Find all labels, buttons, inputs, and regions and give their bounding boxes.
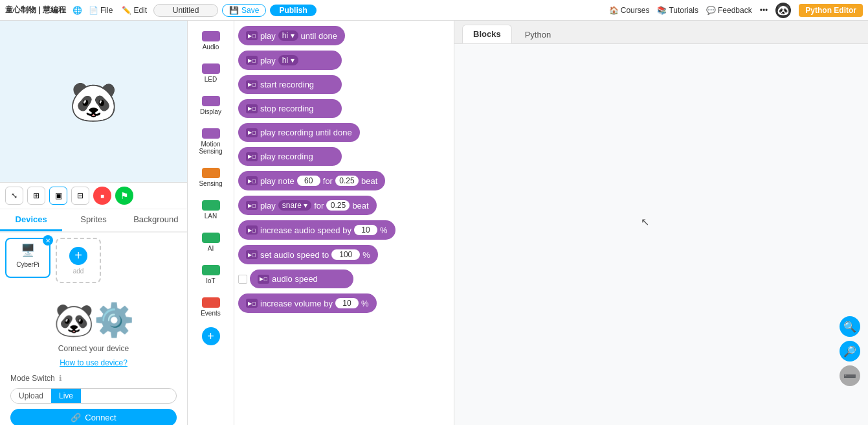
file-menu[interactable]: 📄 File: [86, 5, 115, 16]
ai-cat-icon: [202, 233, 220, 243]
block-play-recording-until-done[interactable]: ▶◻ play recording until done: [238, 123, 360, 142]
cat-events[interactable]: Events: [188, 292, 234, 322]
connect-button[interactable]: 🔗 Connect: [10, 409, 177, 425]
python-editor-button[interactable]: Python Editor: [799, 4, 863, 17]
cat-motion-sensing[interactable]: Motion Sensing: [188, 123, 234, 160]
robot-sprite: 🐼⚙️: [10, 301, 177, 339]
run-button[interactable]: ⚑: [115, 187, 133, 205]
upload-mode-button[interactable]: Upload: [11, 389, 51, 403]
block-icon: ▶◻: [246, 176, 258, 185]
workspace-tabs: Blocks Python: [454, 21, 868, 44]
motion-cat-label: Motion Sensing: [190, 141, 231, 155]
panel-tabs: Devices Sprites Background: [0, 209, 187, 233]
zoom-in-button[interactable]: 🔍: [840, 316, 860, 337]
save-button[interactable]: 💾 Save: [222, 4, 266, 17]
zoom-fit-button[interactable]: 🔎: [840, 341, 860, 362]
publish-button[interactable]: Publish: [270, 5, 316, 16]
audio-speed-increase-input[interactable]: [354, 225, 377, 235]
block-stop-recording[interactable]: ▶◻ stop recording: [238, 99, 342, 118]
device-close-button[interactable]: ✕: [43, 235, 53, 246]
led-cat-label: LED: [205, 76, 217, 83]
cat-audio[interactable]: Audio: [188, 26, 234, 56]
tab-devices[interactable]: Devices: [0, 209, 62, 231]
events-cat-icon: [202, 297, 220, 308]
more-options[interactable]: •••: [760, 6, 768, 15]
block-increase-volume[interactable]: ▶◻ increase volume by %: [238, 293, 377, 313]
audio-cat-icon: [202, 31, 220, 41]
lan-cat-label: LAN: [205, 212, 217, 220]
add-category-button[interactable]: +: [202, 327, 220, 345]
cat-led[interactable]: LED: [188, 58, 234, 88]
cat-display[interactable]: Display: [188, 91, 234, 121]
tab-background[interactable]: Background: [125, 209, 187, 231]
sensing-cat-icon: [202, 168, 220, 178]
block-play-hi-until-done[interactable]: ▶◻ play hi ▾ until done: [238, 26, 345, 45]
audio-speed-set-input[interactable]: [331, 249, 360, 260]
audio-cat-label: Audio: [203, 43, 219, 51]
play-sound-dropdown[interactable]: hi ▾: [278, 30, 298, 41]
drum-beat-input[interactable]: [326, 200, 350, 211]
ai-cat-label: AI: [208, 245, 214, 252]
block-icon: ▶◻: [246, 250, 258, 259]
audio-speed-checkbox[interactable]: [238, 275, 247, 284]
block-increase-audio-speed[interactable]: ▶◻ increase audio speed by %: [238, 220, 395, 240]
block-play-hi[interactable]: ▶◻ play hi ▾: [238, 51, 342, 70]
grid-medium-button[interactable]: ▣: [49, 187, 67, 205]
mode-switch-buttons: Upload Live: [10, 388, 177, 404]
grid-large-button[interactable]: ⊟: [71, 187, 89, 205]
block-audio-speed-reporter[interactable]: ▶◻ audio speed: [250, 270, 353, 288]
cyberpi-card[interactable]: ✕ 🖥️ CyberPi: [5, 238, 50, 278]
note-value-input[interactable]: [297, 176, 320, 186]
block-icon: ▶◻: [246, 31, 258, 40]
cat-lan[interactable]: LAN: [188, 195, 234, 225]
courses-link[interactable]: 🏠 Courses: [609, 6, 650, 15]
block-icon: ▶◻: [246, 201, 258, 210]
stage-area: 🐼: [0, 21, 187, 183]
note-beat-input[interactable]: [335, 176, 359, 186]
block-icon: ▶◻: [246, 104, 258, 113]
zoom-out-button[interactable]: ➖: [840, 365, 860, 386]
block-play-recording[interactable]: ▶◻ play recording: [238, 147, 342, 166]
tutorials-link[interactable]: 📚 Tutorials: [657, 6, 698, 15]
display-cat-icon: [202, 96, 220, 106]
drum-type-dropdown[interactable]: snare ▾: [278, 200, 311, 211]
block-start-recording[interactable]: ▶◻ start recording: [238, 75, 342, 94]
tab-python[interactable]: Python: [515, 26, 561, 43]
display-cat-label: Display: [200, 108, 221, 115]
play-sound-dropdown2[interactable]: hi ▾: [278, 55, 298, 65]
cat-ai[interactable]: AI: [188, 227, 234, 257]
how-to-use-link[interactable]: How to use device?: [10, 358, 177, 367]
volume-increase-input[interactable]: [335, 298, 359, 308]
lan-cat-icon: [202, 200, 220, 211]
tab-sprites[interactable]: Sprites: [62, 209, 124, 231]
live-mode-button[interactable]: Live: [51, 389, 81, 403]
iot-cat-label: IoT: [206, 277, 215, 284]
feedback-link[interactable]: 💬 Feedback: [706, 6, 752, 15]
tab-blocks[interactable]: Blocks: [462, 25, 512, 43]
cat-iot[interactable]: IoT: [188, 260, 234, 290]
block-icon: ▶◻: [246, 225, 258, 235]
edit-menu[interactable]: ✏️ Edit: [119, 5, 150, 16]
add-device-button[interactable]: + add: [56, 238, 101, 283]
block-icon: ▶◻: [246, 80, 258, 89]
block-play-note[interactable]: ▶◻ play note for beat: [238, 171, 385, 190]
brand-label: 童心制物 | 慧編程: [5, 5, 66, 16]
blocks-panel: ▶◻ play hi ▾ until done ▶◻ play hi ▾ ▶◻ …: [234, 21, 454, 425]
block-icon: ▶◻: [258, 275, 269, 284]
mode-switch-label: Mode Switch: [10, 374, 55, 383]
expand-button[interactable]: ⤡: [5, 187, 23, 205]
topbar: 童心制物 | 慧編程 🌐 📄 File ✏️ Edit 💾 Save Publi…: [0, 0, 868, 21]
categories-panel: Audio LED Display Motion Sensing Sensing…: [188, 21, 234, 425]
block-set-audio-speed[interactable]: ▶◻ set audio speed to %: [238, 245, 378, 264]
user-avatar[interactable]: 🐼: [775, 3, 791, 18]
stage-panda-sprite: 🐼: [69, 82, 118, 121]
led-cat-icon: [202, 63, 220, 74]
stop-button[interactable]: ■: [93, 187, 111, 205]
main-layout: 🐼 ⤡ ⊞ ▣ ⊟ ■ ⚑ Devices Sprites Background…: [0, 21, 868, 425]
project-title-input[interactable]: [153, 4, 218, 17]
block-play-snare[interactable]: ▶◻ play snare ▾ for beat: [238, 196, 377, 215]
cat-sensing[interactable]: Sensing: [188, 163, 234, 192]
devices-row: ✕ 🖥️ CyberPi + add: [5, 238, 182, 283]
workspace-canvas[interactable]: ↖ 🔍 🔎 ➖: [454, 44, 868, 425]
grid-small-button[interactable]: ⊞: [27, 187, 45, 205]
